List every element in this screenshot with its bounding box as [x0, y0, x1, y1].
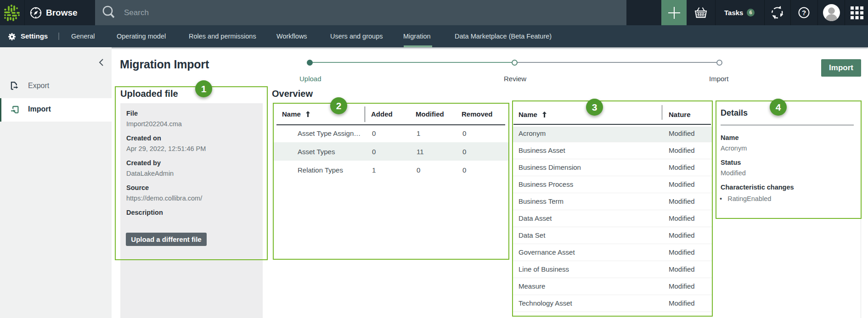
svg-text:?: ? — [802, 9, 806, 17]
